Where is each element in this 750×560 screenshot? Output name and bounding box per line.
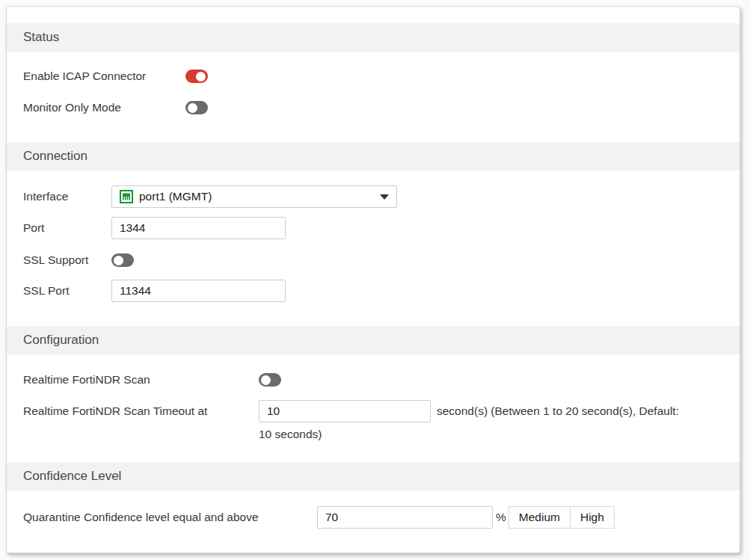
- icap-connector-panel: Status Enable ICAP Connector Monitor Onl…: [6, 6, 740, 553]
- status-section: Enable ICAP Connector Monitor Only Mode: [7, 52, 740, 142]
- scan-timeout-line1: second(s) (Between 1 to 20 second(s), De…: [259, 400, 679, 422]
- section-header-confidence-level: Confidence Level: [7, 462, 740, 490]
- scan-timeout-hint-wrap: 10 seconds): [259, 428, 679, 441]
- ssl-port-input[interactable]: [111, 280, 286, 302]
- percent-sign: %: [496, 511, 506, 524]
- panel-top-space: [7, 7, 740, 23]
- realtime-scan-toggle[interactable]: [259, 373, 281, 387]
- section-header-status: Status: [7, 23, 740, 52]
- monitor-only-label: Monitor Only Mode: [23, 101, 185, 114]
- interface-select[interactable]: port1 (MGMT): [111, 185, 397, 208]
- realtime-scan-label: Realtime FortiNDR Scan: [23, 373, 259, 387]
- scan-timeout-hint: second(s) (Between 1 to 20 second(s), De…: [437, 404, 679, 418]
- interface-row: Interface port1 (MGMT): [23, 185, 729, 208]
- connection-section: Interface port1 (MGMT) Port SSL Support: [7, 170, 740, 326]
- ssl-port-row: SSL Port: [23, 280, 729, 302]
- scan-timeout-input[interactable]: [259, 400, 431, 422]
- ssl-port-label: SSL Port: [23, 284, 111, 298]
- section-title: Configuration: [23, 333, 99, 348]
- enable-icap-label: Enable ICAP Connector: [23, 70, 185, 83]
- high-preset-button[interactable]: High: [571, 506, 615, 529]
- toggle-knob: [188, 103, 197, 113]
- toggle-knob: [114, 256, 123, 265]
- monitor-only-row: Monitor Only Mode: [23, 101, 729, 114]
- realtime-scan-row: Realtime FortiNDR Scan: [23, 373, 729, 387]
- ssl-support-toggle[interactable]: [111, 253, 134, 267]
- monitor-only-toggle[interactable]: [185, 101, 208, 114]
- enable-icap-toggle[interactable]: [185, 70, 208, 83]
- port-row: Port: [23, 217, 729, 239]
- section-header-connection: Connection: [7, 142, 740, 170]
- scan-timeout-control: second(s) (Between 1 to 20 second(s), De…: [259, 400, 679, 441]
- configuration-section: Realtime FortiNDR Scan Realtime FortiNDR…: [7, 354, 740, 462]
- port-input[interactable]: [111, 217, 286, 239]
- chevron-down-icon: [380, 194, 389, 200]
- toggle-knob: [261, 375, 271, 385]
- interface-selected-value: port1 (MGMT): [139, 190, 380, 203]
- scan-timeout-label: Realtime FortiNDR Scan Timeout at: [23, 400, 259, 418]
- scan-timeout-row: Realtime FortiNDR Scan Timeout at second…: [23, 400, 729, 441]
- section-title: Connection: [23, 149, 87, 164]
- quarantine-confidence-row: Quarantine Confidence level equal and ab…: [23, 506, 729, 529]
- section-title: Status: [23, 30, 59, 45]
- ethernet-port-icon: [120, 190, 133, 203]
- ssl-support-row: SSL Support: [23, 253, 729, 267]
- interface-label: Interface: [23, 190, 111, 203]
- quarantine-confidence-label: Quarantine Confidence level equal and ab…: [23, 511, 317, 524]
- confidence-level-section: Quarantine Confidence level equal and ab…: [7, 490, 740, 552]
- confidence-preset-group: Medium High: [508, 506, 615, 529]
- quarantine-confidence-input[interactable]: [317, 506, 493, 529]
- section-header-configuration: Configuration: [7, 326, 740, 354]
- section-title: Confidence Level: [23, 469, 121, 484]
- medium-preset-button[interactable]: Medium: [508, 506, 571, 529]
- port-label: Port: [23, 221, 111, 235]
- toggle-knob: [196, 72, 206, 81]
- ssl-support-label: SSL Support: [23, 253, 111, 267]
- enable-icap-row: Enable ICAP Connector: [23, 70, 729, 83]
